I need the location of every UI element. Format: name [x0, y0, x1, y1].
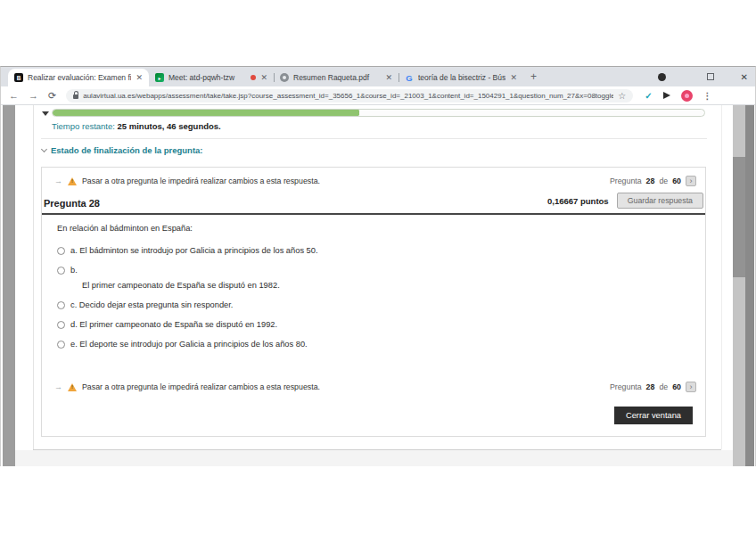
- progress-fill: [53, 110, 359, 116]
- question-title: Pregunta 28: [44, 198, 100, 209]
- answer-option-b[interactable]: b. El primer campeonato de España se dis…: [57, 266, 705, 290]
- new-tab-button[interactable]: +: [530, 70, 537, 83]
- radio-button[interactable]: [57, 301, 65, 309]
- pagination-of: de: [659, 177, 668, 185]
- tab-pdf[interactable]: Resumen Raqueta.pdf ✕: [274, 69, 399, 86]
- paper-plane-icon[interactable]: [663, 92, 670, 99]
- warning-text: Pasar a otra pregunta le impedirá realiz…: [82, 177, 320, 185]
- option-text: El primer campeonato de España se disput…: [79, 320, 277, 329]
- warning-icon: [68, 177, 77, 185]
- next-question-button[interactable]: ›: [686, 382, 696, 392]
- arrow-icon: →: [54, 382, 62, 391]
- content-frame-border: [33, 105, 34, 449]
- section-divider: [41, 138, 707, 139]
- time-remaining-seconds: 46 segundos.: [167, 121, 221, 131]
- close-row: Cerrar ventana: [42, 398, 705, 424]
- question-prompt: En relación al bádminton en España:: [57, 224, 705, 233]
- close-tab-icon[interactable]: ✕: [260, 73, 267, 82]
- close-window-button[interactable]: Cerrar ventana: [614, 407, 693, 424]
- back-icon[interactable]: ←: [9, 90, 19, 101]
- padlock-icon: [73, 94, 78, 99]
- pagination-prefix: Pregunta: [610, 177, 642, 185]
- option-text: Decido dejar esta pregunta sin responder…: [79, 300, 234, 309]
- tab-assessment[interactable]: B Realizar evaluación: Examen fin ✕: [8, 69, 149, 86]
- browser-window: B Realizar evaluación: Examen fin ✕ ▸ Me…: [0, 66, 756, 466]
- question-header: Pregunta 28 0,16667 puntos Guardar respu…: [42, 193, 705, 215]
- pdf-viewer-icon: [280, 73, 289, 82]
- option-letter: e.: [70, 340, 78, 349]
- restore-window-icon[interactable]: [707, 73, 714, 80]
- completion-status-label: Estado de finalización de la pregunta:: [51, 145, 203, 155]
- radio-button[interactable]: [57, 267, 65, 275]
- next-question-button[interactable]: ›: [686, 176, 696, 186]
- answer-option-d[interactable]: d. El primer campeonato de España se dis…: [57, 320, 705, 329]
- toolbar-icons: ✓ ⋮: [645, 90, 711, 102]
- completion-status-header[interactable]: Estado de finalización de la pregunta:: [42, 145, 203, 155]
- option-letter: c.: [70, 300, 77, 309]
- option-letter: b.: [70, 266, 78, 275]
- forward-icon[interactable]: →: [29, 90, 38, 101]
- bookmark-star-icon[interactable]: ☆: [618, 91, 626, 101]
- option-text: El deporte se introdujo por Galicia a pr…: [79, 340, 307, 349]
- extension-check-icon[interactable]: ✓: [645, 91, 652, 101]
- pagination-current: 28: [646, 177, 655, 185]
- arrow-icon: →: [54, 177, 62, 185]
- bottom-warning-row: → Pasar a otra pregunta le impedirá real…: [42, 374, 705, 398]
- option-text: El bádminton se introdujo por Galicia a …: [79, 246, 317, 255]
- points-label: 0,16667 puntos: [547, 196, 609, 206]
- tab-strip: B Realizar evaluación: Examen fin ✕ ▸ Me…: [1, 67, 755, 86]
- answer-option-e[interactable]: e. El deporte se introdujo por Galicia a…: [57, 340, 705, 349]
- tab-title: teoría de la bisectriz - Búsqued: [418, 73, 505, 82]
- right-gray-bar: [745, 105, 754, 466]
- question-body: En relación al bádminton en España: a. E…: [42, 215, 705, 349]
- reload-icon[interactable]: ⟳: [48, 90, 56, 102]
- pagination-total: 60: [672, 382, 681, 391]
- chevron-down-icon: [41, 145, 47, 152]
- assessment-page: Tiempo restante: 25 minutos, 46 segundos…: [1, 105, 755, 466]
- close-tab-icon[interactable]: ✕: [136, 73, 143, 82]
- profile-avatar[interactable]: [681, 90, 693, 102]
- time-remaining: Tiempo restante: 25 minutos, 46 segundos…: [52, 121, 221, 131]
- answer-option-c[interactable]: c. Decido dejar esta pregunta sin respon…: [57, 300, 705, 309]
- url-text[interactable]: aulavirtual.ua.es/webapps/assessment/tak…: [83, 92, 613, 100]
- left-gray-bar: [3, 105, 15, 466]
- close-tab-icon[interactable]: ✕: [385, 73, 392, 82]
- time-remaining-label: Tiempo restante:: [52, 121, 115, 131]
- radio-button[interactable]: [57, 321, 65, 329]
- address-bar[interactable]: aulavirtual.ua.es/webapps/assessment/tak…: [66, 89, 633, 103]
- tab-google-search[interactable]: G teoría de la bisectriz - Búsqued ✕: [399, 69, 523, 86]
- tab-title: Realizar evaluación: Examen fin: [28, 73, 131, 82]
- warning-icon: [68, 383, 77, 391]
- pagination-prefix: Pregunta: [610, 382, 642, 391]
- time-progress-bar: [52, 109, 705, 117]
- browser-toolbar: ← → ⟳ aulavirtual.ua.es/webapps/assessme…: [1, 86, 755, 105]
- pagination-current: 28: [646, 382, 655, 391]
- collapse-caret-icon[interactable]: [42, 111, 49, 116]
- radio-button[interactable]: [57, 247, 65, 255]
- tab-meet[interactable]: ▸ Meet: atd-pqwh-tzw ✕: [149, 69, 274, 86]
- pagination-total: 60: [672, 177, 681, 185]
- google-icon: G: [405, 73, 414, 82]
- answer-option-a[interactable]: a. El bádminton se introdujo por Galicia…: [57, 246, 705, 255]
- option-letter: a.: [70, 246, 78, 255]
- menu-kebab-icon[interactable]: ⋮: [703, 91, 712, 101]
- radio-button[interactable]: [57, 341, 65, 349]
- pagination-of: de: [659, 382, 668, 391]
- question-card: → Pasar a otra pregunta le impedirá real…: [41, 167, 706, 437]
- tab-title: Meet: atd-pqwh-tzw: [168, 73, 246, 82]
- close-window-icon[interactable]: ✕: [741, 72, 748, 82]
- question-pagination: Pregunta 28 de 60 ›: [610, 382, 696, 392]
- recording-indicator-icon: [251, 75, 256, 80]
- window-controls: ✕: [658, 72, 755, 82]
- circle-icon[interactable]: [658, 73, 666, 81]
- question-pagination: Pregunta 28 de 60 ›: [610, 176, 696, 186]
- warning-text: Pasar a otra pregunta le impedirá realiz…: [82, 382, 320, 391]
- time-remaining-minutes: 25 minutos,: [118, 121, 165, 131]
- option-text: El primer campeonato de España se disput…: [82, 281, 280, 290]
- option-letter: d.: [70, 320, 78, 329]
- scrollbar-thumb[interactable]: [733, 157, 745, 277]
- top-warning-row: → Pasar a otra pregunta le impedirá real…: [42, 168, 705, 193]
- close-tab-icon[interactable]: ✕: [510, 73, 517, 82]
- content-frame-border: [721, 105, 722, 449]
- save-answer-button[interactable]: Guardar respuesta: [617, 193, 703, 209]
